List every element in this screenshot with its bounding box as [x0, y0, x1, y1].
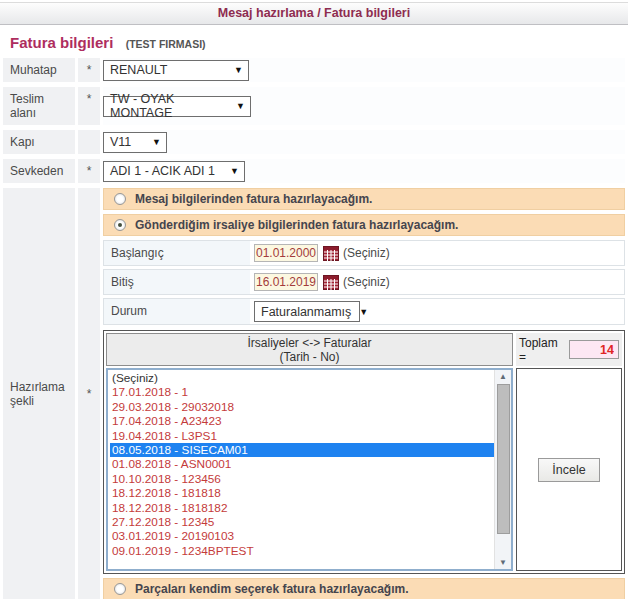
listbox-item[interactable]: 17.04.2018 - A23423 [110, 414, 494, 428]
bitis-label: Bitiş [104, 270, 250, 294]
page-breadcrumb: Mesaj hazırlama / Fatura bilgileri [218, 6, 410, 20]
sevkeden-select[interactable]: ADI 1 - ACIK ADI 1 ▼ [103, 161, 245, 182]
calendar-icon[interactable] [323, 246, 339, 261]
listbox-item[interactable]: (Seçiniz) [110, 371, 494, 385]
irsaliye-listbox[interactable]: (Seçiniz)17.01.2018 - 129.03.2018 - 2903… [106, 368, 513, 571]
option-mesaj-bilgilerinden[interactable]: Mesaj bilgilerinden fatura hazırlayacağı… [103, 188, 625, 210]
option-mesaj-label: Mesaj bilgilerinden fatura hazırlayacağı… [135, 192, 372, 206]
listbox-scrollbar[interactable]: ▲ ▼ [494, 370, 511, 569]
listbox-item[interactable]: 29.03.2018 - 29032018 [110, 400, 494, 414]
chevron-down-icon: ▼ [234, 65, 243, 75]
row-bitis: Bitiş (Seçiniz) [103, 269, 625, 295]
teslim-alani-required-marker: * [78, 87, 100, 125]
durum-select[interactable]: Faturalanmamış ▼ [254, 301, 360, 322]
radio-button-icon[interactable] [114, 219, 126, 231]
teslim-alani-select[interactable]: TW - OYAK MONTAGE ▼ [103, 96, 251, 117]
scroll-up-icon[interactable]: ▲ [499, 370, 507, 383]
kapi-select[interactable]: V11 ▼ [103, 132, 167, 153]
form: Muhatap * RENAULT ▼ Teslim alanı * TW - … [0, 58, 628, 599]
kapi-label: Kapı [3, 130, 75, 154]
row-baslangic: Başlangıç (Seçiniz) [103, 240, 625, 266]
listbox-item[interactable]: 10.10.2018 - 123456 [110, 472, 494, 486]
row-teslim-alani: Teslim alanı * TW - OYAK MONTAGE ▼ [3, 87, 625, 125]
baslangic-label: Başlangıç [104, 241, 250, 265]
chevron-down-icon: ▼ [359, 307, 368, 317]
muhatap-selected-value: RENAULT [110, 63, 167, 77]
baslangic-date-input[interactable] [254, 244, 318, 262]
sevkeden-selected-value: ADI 1 - ACIK ADI 1 [110, 164, 215, 178]
chevron-down-icon: ▼ [236, 101, 245, 111]
muhatap-select[interactable]: RENAULT ▼ [103, 60, 249, 81]
listbox-item[interactable]: 03.01.2019 - 20190103 [110, 529, 494, 543]
row-sevkeden: Sevkeden * ADI 1 - ACIK ADI 1 ▼ [3, 159, 625, 183]
listbox-item[interactable]: 01.08.2018 - ASN0001 [110, 457, 494, 471]
listbox-item[interactable]: 19.04.2018 - L3PS1 [110, 429, 494, 443]
listbox-header: İrsaliyeler <-> Faturalar (Tarih - No) [106, 333, 513, 366]
kapi-selected-value: V11 [110, 135, 131, 149]
listbox-item[interactable]: 18.12.2018 - 1818182 [110, 501, 494, 515]
page-header: Fatura bilgileri (TEST FIRMASI) [0, 25, 628, 58]
row-durum: Durum Faturalanmamış ▼ [103, 298, 625, 325]
listbox-item[interactable]: 18.12.2018 - 181818 [110, 486, 494, 500]
row-hazirlama-sekli: Hazırlama şekli * Mesaj bilgilerinden fa… [3, 188, 625, 599]
total-cell: Toplam = [516, 333, 622, 366]
listbox-item[interactable]: 08.05.2018 - SISECAM01 [110, 443, 494, 457]
radio-button-icon[interactable] [114, 583, 126, 595]
listbox-item[interactable]: 09.01.2019 - 1234BPTEST [110, 544, 494, 558]
scrollbar-thumb[interactable] [497, 384, 510, 534]
option-parcalari-kendim[interactable]: Parçaları kendim seçerek fatura hazırlay… [103, 578, 625, 599]
kapi-required-marker [78, 130, 100, 154]
chevron-down-icon: ▼ [230, 166, 239, 176]
option-irsaliye-label: Gönderdiğim irsaliye bilgilerinden fatur… [135, 218, 458, 232]
option-parcalar-label: Parçaları kendim seçerek fatura hazırlay… [135, 582, 409, 596]
option-irsaliye-bilgilerinden[interactable]: Gönderdiğim irsaliye bilgilerinden fatur… [103, 214, 625, 236]
total-count-field [569, 340, 619, 359]
irsaliye-listbox-items: (Seçiniz)17.01.2018 - 129.03.2018 - 2903… [108, 370, 494, 569]
listbox-header-line1: İrsaliyeler <-> Faturalar [107, 336, 512, 350]
muhatap-label: Muhatap [3, 58, 75, 82]
company-name: (TEST FIRMASI) [126, 38, 206, 50]
window-title-bar: Mesaj hazırlama / Fatura bilgileri [0, 2, 628, 25]
hazirlama-sekli-required-marker: * [78, 188, 100, 599]
radio-button-icon[interactable] [114, 193, 126, 205]
baslangic-hint: (Seçiniz) [343, 246, 390, 260]
listbox-item[interactable]: 27.12.2018 - 12345 [110, 515, 494, 529]
hazirlama-sekli-label: Hazırlama şekli [3, 188, 75, 599]
sevkeden-required-marker: * [78, 159, 100, 183]
bitis-date-input[interactable] [254, 273, 318, 291]
total-label: Toplam = [519, 336, 565, 364]
sevkeden-label: Sevkeden [3, 159, 75, 183]
scroll-down-icon[interactable]: ▼ [499, 556, 507, 569]
calendar-icon[interactable] [323, 275, 339, 290]
bitis-hint: (Seçiniz) [343, 275, 390, 289]
teslim-alani-selected-value: TW - OYAK MONTAGE [110, 92, 228, 120]
teslim-alani-label: Teslim alanı [3, 87, 75, 125]
incele-panel: İncele [516, 368, 622, 571]
page-title: Fatura bilgileri [10, 34, 113, 51]
chevron-down-icon: ▼ [152, 137, 161, 147]
irsaliye-table: İrsaliyeler <-> Faturalar (Tarih - No) T… [103, 330, 625, 574]
row-muhatap: Muhatap * RENAULT ▼ [3, 58, 625, 82]
durum-selected-value: Faturalanmamış [261, 305, 351, 319]
listbox-item[interactable]: 17.01.2018 - 1 [110, 385, 494, 399]
incele-button[interactable]: İncele [538, 458, 599, 482]
listbox-header-line2: (Tarih - No) [107, 350, 512, 364]
muhatap-required-marker: * [78, 58, 100, 82]
durum-label: Durum [104, 299, 250, 324]
row-kapi: Kapı V11 ▼ [3, 130, 625, 154]
